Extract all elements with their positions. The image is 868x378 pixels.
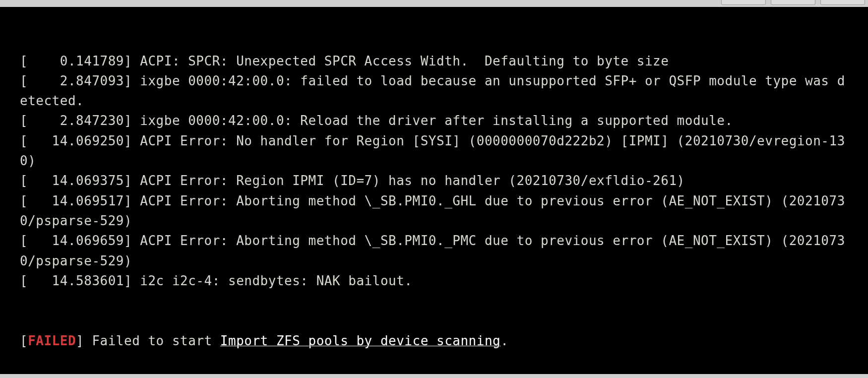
console-line: [ 14.069659] ACPI Error: Aborting method… bbox=[0, 231, 868, 271]
line-tail: . bbox=[500, 333, 508, 348]
window-button[interactable] bbox=[771, 0, 815, 5]
status-failed: FAILED bbox=[28, 333, 76, 348]
console-line: [ 14.583601] i2c i2c-4: sendbytes: NAK b… bbox=[0, 271, 868, 291]
terminal-output: [ 0.141789] ACPI: SPCR: Unexpected SPCR … bbox=[0, 7, 868, 374]
console-line: [ 14.069375] ACPI Error: Region IPMI (ID… bbox=[0, 171, 868, 190]
window-chrome bbox=[0, 0, 868, 7]
console-line: [ 0.141789] ACPI: SPCR: Unexpected SPCR … bbox=[0, 51, 868, 71]
console-line-failed: [FAILED] Failed to start Import ZFS pool… bbox=[0, 331, 868, 351]
systemd-unit-name: Import ZFS pools by device scanning bbox=[220, 333, 500, 348]
console-line: [ 2.847230] ixgbe 0000:42:00.0: Reload t… bbox=[0, 111, 868, 130]
console-line: [ 2.847093] ixgbe 0000:42:00.0: failed t… bbox=[0, 71, 868, 111]
failed-message: ] Failed to start bbox=[76, 333, 220, 348]
window-button[interactable] bbox=[721, 0, 766, 5]
console-line: [ 14.069517] ACPI Error: Aborting method… bbox=[0, 191, 868, 231]
bracket-open: [ bbox=[20, 333, 28, 348]
console-line: [ 14.069250] ACPI Error: No handler for … bbox=[0, 131, 868, 171]
window-button[interactable] bbox=[820, 0, 865, 5]
